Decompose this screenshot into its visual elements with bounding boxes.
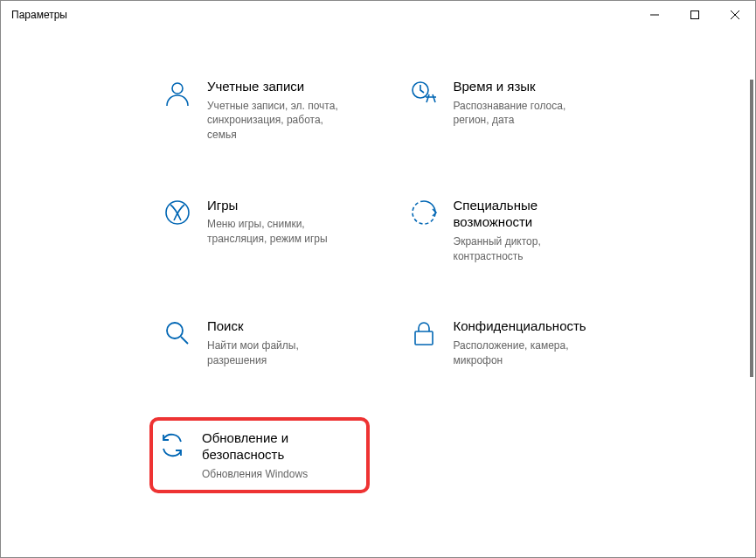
tile-title: Поиск [207,317,347,335]
tile-desc: Найти мои файлы, разрешения [207,338,347,368]
tile-title: Обновление и безопасность [202,429,357,464]
tile-desc: Распознавание голоса, регион, дата [454,99,593,129]
svg-point-7 [167,323,183,338]
tile-privacy[interactable]: Конфиденциальность Расположение, камера,… [405,312,616,373]
tile-desc: Учетные записи, эл. почта, синхронизация… [207,99,347,143]
tile-desc: Экранный диктор, контрастность [454,234,593,264]
settings-grid: Учетные записи Учетные записи, эл. почта… [1,29,755,511]
scrollbar[interactable] [750,80,753,377]
window-controls [635,1,755,29]
svg-point-4 [172,83,183,94]
tile-title: Конфиденциальность [454,317,593,335]
search-icon [163,319,191,347]
minimize-button[interactable] [635,1,675,29]
xbox-icon [163,199,191,227]
tile-search[interactable]: Поиск Найти мои файлы, разрешения [158,312,370,373]
tile-desc: Меню игры, снимки, трансляция, режим игр… [207,217,347,247]
tile-title: Специальные возможности [454,197,611,231]
ease-of-access-icon [410,199,438,227]
lock-icon [410,319,438,347]
maximize-button[interactable] [675,1,715,29]
tile-title: Учетные записи [207,78,347,95]
tile-ease-of-access[interactable]: Специальные возможности Экранный диктор,… [405,192,616,269]
tile-title: Время и язык [454,78,593,95]
person-icon [163,80,191,108]
tile-gaming[interactable]: Игры Меню игры, снимки, трансляция, режи… [158,192,370,269]
sync-icon [158,431,186,459]
svg-rect-9 [415,331,433,345]
svg-rect-1 [691,11,699,19]
tile-desc: Обновления Windows [202,467,342,482]
time-language-icon [410,80,438,108]
tile-time-language[interactable]: Время и язык Распознавание голоса, регио… [405,73,616,148]
titlebar: Параметры [1,1,755,29]
close-button[interactable] [715,1,755,29]
tile-desc: Расположение, камера, микрофон [454,338,593,368]
svg-line-8 [181,337,188,344]
tile-title: Игры [207,197,347,214]
window-title: Параметры [11,9,635,21]
tile-accounts[interactable]: Учетные записи Учетные записи, эл. почта… [158,73,370,148]
tile-update-security[interactable]: Обновление и безопасность Обновления Win… [149,417,370,494]
